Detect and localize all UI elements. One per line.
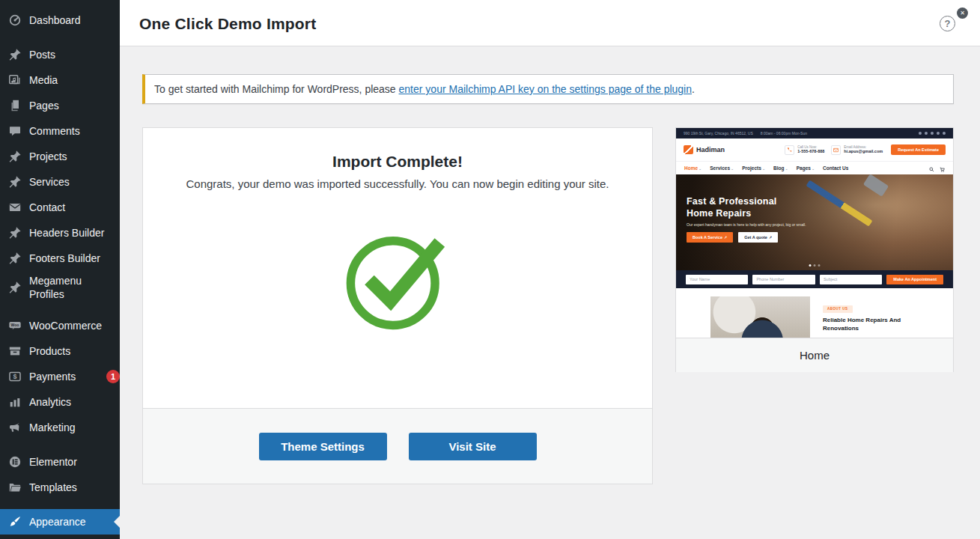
hero-title-line2: Home Repairs bbox=[687, 207, 806, 219]
chevron-down-icon: ⌄ bbox=[731, 166, 734, 171]
sidebar-item-label: Payments bbox=[29, 370, 102, 383]
sidebar-item-label: Marketing bbox=[29, 421, 109, 434]
preview-email-chip: Email Address: hi.apus@gmail.com bbox=[831, 145, 883, 155]
sidebar-item-elementor[interactable]: Elementor bbox=[0, 449, 120, 475]
theme-preview-name: Home bbox=[676, 338, 953, 372]
pushpin-icon bbox=[7, 225, 22, 240]
mail-icon bbox=[831, 145, 841, 155]
preview-email-value: hi.apus@gmail.com bbox=[844, 149, 883, 154]
sidebar-item-analytics[interactable]: Analytics bbox=[0, 389, 120, 415]
preview-logo: Hadiman bbox=[684, 145, 725, 154]
sidebar-item-megamenu-profiles[interactable]: Megamenu Profiles bbox=[0, 271, 120, 304]
sidebar-item-label: Products bbox=[29, 344, 109, 358]
preview-nav-icons bbox=[929, 162, 945, 175]
envelope-icon bbox=[7, 200, 22, 215]
sidebar-item-products[interactable]: Products bbox=[0, 338, 120, 364]
wordpress-admin-window: DashboardPostsMediaPagesCommentsProjects… bbox=[0, 0, 980, 539]
arrow-up-right-icon: ↗ bbox=[724, 235, 727, 240]
hadiman-logo-icon bbox=[684, 145, 693, 154]
page-title: One Click Demo Import bbox=[139, 15, 316, 33]
preview-about-tag: ABOUT US bbox=[823, 305, 853, 313]
marketing-icon bbox=[7, 420, 22, 435]
sidebar-item-payments[interactable]: $Payments1 bbox=[0, 364, 120, 389]
social-icon bbox=[925, 132, 928, 135]
sidebar-item-headers-builder[interactable]: Headers Builder bbox=[0, 220, 120, 246]
pushpin-icon bbox=[7, 47, 22, 62]
sidebar-item-label: Elementor bbox=[29, 455, 109, 469]
sidebar-item-dashboard[interactable]: Dashboard bbox=[0, 7, 120, 33]
menu-separator bbox=[0, 304, 120, 313]
appearance-icon bbox=[7, 514, 22, 529]
import-complete-message: Congrats, your demo was imported success… bbox=[143, 177, 652, 190]
sidebar-item-projects[interactable]: Projects bbox=[0, 144, 120, 169]
sidebar-item-contact[interactable]: Contact bbox=[0, 195, 120, 220]
help-icon[interactable]: ? bbox=[940, 16, 955, 31]
content-area: One Click Demo Import ? ✕ To get started… bbox=[120, 0, 980, 539]
preview-hours: 8:00am - 06:00pm Mon-Sun bbox=[761, 131, 807, 135]
menu-separator bbox=[0, 33, 120, 42]
preview-form-field-subject: Subject bbox=[820, 275, 882, 284]
preview-form-field-your-name: Your Name bbox=[686, 275, 748, 284]
pushpin-icon bbox=[7, 174, 22, 189]
sidebar-item-label: WooCommerce bbox=[29, 319, 109, 332]
admin-notice: To get started with Mailchimp for WordPr… bbox=[142, 74, 954, 104]
carousel-dot bbox=[814, 264, 816, 267]
preview-appointment-bar: Your NamePhone NumberSubjectMake An Appo… bbox=[676, 270, 953, 288]
preview-estimate-button: Request An Estimate bbox=[891, 144, 946, 155]
sidebar-item-posts[interactable]: Posts bbox=[0, 42, 120, 67]
preview-nav: Home⌄Services⌄Projects⌄Blog⌄Pages⌄Contac… bbox=[676, 161, 953, 174]
theme-preview-card: 990 19th St, Gary, Chicago, IN 46512, US… bbox=[675, 127, 954, 372]
preview-nav-projects: Projects⌄ bbox=[742, 165, 765, 171]
preview-site-header: Hadiman Call Us Now: 1-555-678-888 Email… bbox=[676, 138, 953, 161]
payments-icon: $ bbox=[7, 369, 22, 384]
phone-icon bbox=[785, 145, 794, 155]
preview-address: 990 19th St, Gary, Chicago, IN 46512, US bbox=[684, 131, 753, 135]
import-complete-card: Import Complete! Congrats, your demo was… bbox=[142, 127, 653, 484]
sidebar-item-marketing[interactable]: Marketing bbox=[0, 415, 120, 440]
menu-separator bbox=[0, 500, 120, 509]
sidebar-item-label: Projects bbox=[29, 150, 109, 163]
theme-settings-button[interactable]: Theme Settings bbox=[259, 433, 387, 460]
about-photo bbox=[710, 296, 810, 338]
import-card-body: Import Complete! Congrats, your demo was… bbox=[143, 128, 652, 408]
sidebar-item-woocommerce[interactable]: WooWooCommerce bbox=[0, 313, 120, 338]
notification-badge: 1 bbox=[106, 370, 120, 383]
mailchimp-settings-link[interactable]: enter your Mailchimp API key on the sett… bbox=[399, 83, 692, 95]
sidebar-item-label: Posts bbox=[29, 48, 109, 61]
pushpin-icon bbox=[7, 149, 22, 164]
preview-nav-services: Services⌄ bbox=[710, 165, 734, 171]
hammer-icon bbox=[806, 180, 873, 226]
close-icon[interactable]: ✕ bbox=[957, 7, 968, 19]
carousel-dot bbox=[818, 264, 821, 267]
sidebar-item-label: Services bbox=[29, 175, 109, 189]
visit-site-button[interactable]: Visit Site bbox=[409, 433, 537, 460]
comments-icon bbox=[7, 124, 22, 138]
preview-about-heading: Reliable Home Repairs And Renovations bbox=[823, 317, 919, 333]
preview-nav-blog: Blog⌄ bbox=[773, 165, 788, 171]
page-header: One Click Demo Import bbox=[120, 0, 980, 46]
admin-sidebar: DashboardPostsMediaPagesCommentsProjects… bbox=[0, 0, 120, 539]
carousel-dot bbox=[809, 264, 812, 267]
sidebar-item-appearance[interactable]: Appearance bbox=[0, 509, 120, 535]
chevron-down-icon: ⌄ bbox=[699, 166, 701, 171]
import-card-footer: Theme Settings Visit Site bbox=[143, 408, 652, 484]
sidebar-item-templates[interactable]: Templates bbox=[0, 475, 120, 500]
check-circle-icon bbox=[143, 225, 652, 338]
sidebar-item-services[interactable]: Services bbox=[0, 169, 120, 195]
preview-topbar: 990 19th St, Gary, Chicago, IN 46512, US… bbox=[676, 128, 953, 138]
preview-hero-title: Fast & Professional Home Repairs bbox=[687, 195, 806, 219]
hammer-head-icon bbox=[863, 174, 889, 197]
social-icon bbox=[937, 132, 940, 135]
sidebar-item-label: Appearance bbox=[29, 515, 109, 529]
sidebar-item-comments[interactable]: Comments bbox=[0, 118, 120, 144]
social-icon bbox=[931, 132, 934, 135]
hero-title-line1: Fast & Professional bbox=[687, 195, 806, 207]
sidebar-item-footers-builder[interactable]: Footers Builder bbox=[0, 246, 120, 271]
sidebar-item-media[interactable]: Media bbox=[0, 67, 120, 93]
preview-call-chip: Call Us Now: 1-555-678-888 bbox=[785, 145, 824, 155]
sidebar-item-label: Pages bbox=[29, 99, 109, 112]
sidebar-item-pages[interactable]: Pages bbox=[0, 93, 120, 118]
sidebar-item-label: Megamenu Profiles bbox=[29, 274, 109, 301]
dashboard-icon bbox=[7, 13, 22, 28]
sidebar-item-label: Media bbox=[29, 73, 109, 87]
